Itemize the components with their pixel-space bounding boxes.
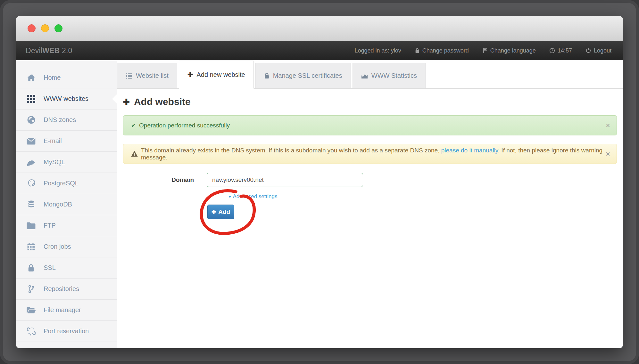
warning-alert-text: This domain already exists in the DNS sy…	[141, 147, 609, 161]
flag-icon	[482, 48, 488, 53]
lock-icon	[415, 48, 420, 53]
add-button[interactable]: ✚ Add	[207, 205, 234, 219]
browser-window: DevilWEB 2.0 Logged in as: yiov Change p…	[16, 16, 623, 348]
sidebar-item-www-websites[interactable]: WWW websites	[16, 88, 117, 109]
window-titlebar	[16, 16, 623, 41]
power-icon	[585, 48, 591, 53]
sidebar-item-cron-jobs[interactable]: Cron jobs	[16, 236, 117, 257]
navbar-right: Logged in as: yiov Change password Chang…	[355, 47, 611, 54]
database-icon	[26, 200, 37, 209]
active-item-pointer	[112, 94, 117, 104]
close-icon[interactable]: ×	[606, 150, 610, 158]
page-title: ✚ Add website	[123, 96, 617, 107]
change-password-link[interactable]: Change password	[415, 47, 469, 54]
globe-icon	[26, 116, 37, 124]
domain-input[interactable]	[207, 173, 363, 187]
tab-website-list[interactable]: Website list	[117, 63, 177, 88]
sidebar-item-postgresql[interactable]: PostgreSQL	[16, 173, 117, 194]
tab-add-new-website[interactable]: ✚ Add new website	[179, 61, 254, 89]
sidebar-item-email[interactable]: E-mail	[16, 131, 117, 152]
sidebar-item-home[interactable]: Home	[16, 67, 117, 88]
logout-link[interactable]: Logout	[585, 47, 611, 54]
mysql-dolphin-icon	[26, 158, 37, 166]
git-branch-icon	[26, 285, 37, 294]
sidebar-item-ssl[interactable]: SSL	[16, 257, 117, 279]
envelope-icon	[26, 138, 37, 145]
sidebar-item-dns-zones[interactable]: DNS zones	[16, 109, 117, 131]
sidebar-item-account-information[interactable]: Account information	[16, 342, 117, 348]
close-window-button[interactable]	[28, 24, 36, 32]
advanced-settings-link[interactable]: ▾ Advanced settings	[229, 193, 277, 200]
lock-icon	[26, 263, 37, 272]
postgresql-elephant-icon	[26, 179, 37, 188]
plus-icon: ✚	[123, 97, 130, 107]
heading-divider	[123, 113, 617, 113]
close-icon[interactable]: ×	[606, 122, 610, 129]
folder-icon	[26, 222, 37, 230]
change-language-link[interactable]: Change language	[482, 47, 536, 54]
success-alert: ✔ Operation performed successfully ×	[123, 115, 617, 135]
brand-logo[interactable]: DevilWEB 2.0	[26, 46, 72, 55]
domain-row: Domain	[117, 173, 623, 187]
clock-status: 14:57	[549, 47, 572, 54]
sidebar-item-ftp[interactable]: FTP	[16, 215, 117, 236]
warning-triangle-icon	[131, 151, 138, 157]
sidebar: Home WWW websites DNS zones E-mail MySQL…	[16, 60, 117, 348]
logged-in-status: Logged in as: yiov	[355, 47, 401, 54]
zoom-window-button[interactable]	[54, 24, 62, 32]
check-icon: ✔	[131, 122, 136, 129]
chevron-down-icon: ▾	[229, 194, 231, 199]
main-content: Website list ✚ Add new website Manage SS…	[117, 60, 623, 348]
tab-www-statistics[interactable]: WWW Statistics	[353, 63, 426, 88]
plus-icon: ✚	[212, 209, 216, 215]
list-icon	[126, 73, 132, 79]
app-body: Home WWW websites DNS zones E-mail MySQL…	[16, 60, 623, 348]
sidebar-item-mysql[interactable]: MySQL	[16, 152, 117, 173]
sidebar-item-repositories[interactable]: Repositories	[16, 279, 117, 300]
calendar-icon	[26, 242, 37, 251]
do-it-manually-link[interactable]: please do it manually	[441, 147, 498, 154]
sidebar-item-file-manager[interactable]: File manager	[16, 300, 117, 321]
add-website-form: Domain ▾ Advanced settings ✚ Add	[117, 173, 623, 219]
warning-alert: This domain already exists in the DNS sy…	[123, 144, 617, 164]
domain-label: Domain	[117, 176, 194, 183]
folder-open-icon	[26, 306, 37, 314]
success-alert-text: Operation performed successfully	[139, 122, 230, 129]
app-navbar: DevilWEB 2.0 Logged in as: yiov Change p…	[16, 41, 623, 60]
sidebar-item-port-reservation[interactable]: Port reservation	[16, 321, 117, 342]
minimize-window-button[interactable]	[41, 24, 49, 32]
plus-icon: ✚	[187, 71, 193, 78]
lock-icon	[264, 72, 270, 79]
broken-link-icon	[26, 327, 37, 336]
home-icon	[26, 74, 37, 82]
area-chart-icon	[361, 73, 368, 79]
tab-bar: Website list ✚ Add new website Manage SS…	[117, 60, 623, 89]
clock-icon	[549, 48, 555, 53]
sidebar-item-mongodb[interactable]: MongoDB	[16, 194, 117, 215]
tab-manage-ssl-certificates[interactable]: Manage SSL certificates	[255, 63, 351, 88]
grid-icon	[26, 95, 37, 103]
